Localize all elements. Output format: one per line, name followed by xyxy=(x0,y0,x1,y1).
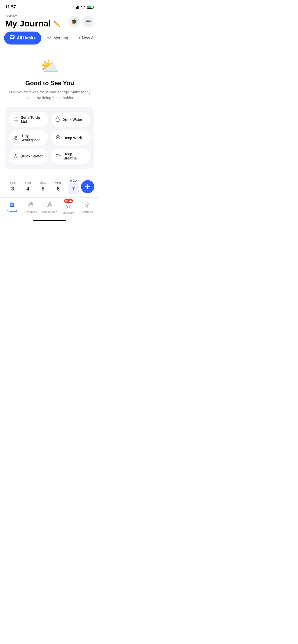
wifi-icon xyxy=(81,5,85,9)
habit-todo-label: Set a To-do List xyxy=(21,115,44,124)
habit-stretch[interactable]: Quick Stretch xyxy=(9,149,48,164)
habit-deepwork-label: Deep Work xyxy=(63,136,82,140)
svg-line-10 xyxy=(50,38,51,39)
cal-day-sat[interactable]: SAT 3 xyxy=(5,182,20,192)
status-time: 11.57 xyxy=(5,5,16,10)
add-entry-button[interactable] xyxy=(81,180,94,193)
habit-stretch-label: Quick Stretch xyxy=(20,154,44,158)
divider xyxy=(0,47,99,47)
svg-line-12 xyxy=(48,38,48,39)
tab-morning[interactable]: Morning xyxy=(42,32,73,45)
upgrade-nav-label: Upgrade xyxy=(63,211,74,214)
cal-label-sun: SUN xyxy=(25,182,31,185)
tab-all-habits-label: All Habits xyxy=(17,36,36,40)
cal-label-wed: WED xyxy=(70,179,77,182)
header: TODAY My Journal ✏️ 🎓 xyxy=(0,12,99,32)
status-icons: ⚡ xyxy=(75,5,94,9)
svg-point-19 xyxy=(15,136,17,138)
cal-num-sun: 4 xyxy=(26,186,29,192)
svg-point-22 xyxy=(15,153,16,154)
calendar-strip: SAT 3 SUN 4 MON 5 TUE 6 WED 7 xyxy=(0,174,99,197)
svg-rect-3 xyxy=(10,36,14,38)
settings-nav-label: Settings xyxy=(82,210,93,213)
bottom-nav: Journal Progress Challenges SALE Upgr xyxy=(0,197,99,215)
habit-deepwork[interactable]: Deep Work xyxy=(51,130,90,145)
habit-water-label: Drink Water xyxy=(62,118,82,122)
nav-journal[interactable]: Journal xyxy=(3,202,21,213)
inbox-icon xyxy=(10,35,15,41)
svg-point-35 xyxy=(87,204,88,206)
cal-label-tue: TUE xyxy=(55,182,61,185)
battery-icon: ⚡ xyxy=(87,6,94,9)
tidy-icon xyxy=(13,135,19,141)
cal-num-tue: 6 xyxy=(57,186,60,192)
greeting-subtitle: Fuel yourself with focus and energy. Mak… xyxy=(5,89,94,101)
habits-card: Set a To-do List Drink Water xyxy=(5,107,94,169)
nav-upgrade[interactable]: SALE Upgrade xyxy=(59,201,78,214)
cal-day-tue[interactable]: TUE 6 xyxy=(51,182,66,192)
stretch-icon xyxy=(13,153,18,160)
signal-icon xyxy=(75,5,79,9)
header-actions: 🎓 xyxy=(68,16,94,27)
journal-nav-icon xyxy=(9,202,15,209)
cal-label-mon: MON xyxy=(39,182,46,185)
progress-nav-icon xyxy=(28,202,34,209)
cal-day-mon[interactable]: MON 5 xyxy=(35,182,51,192)
tab-new[interactable]: + New A xyxy=(74,32,98,44)
home-bar xyxy=(33,220,66,221)
cal-day-sun[interactable]: SUN 4 xyxy=(20,182,36,192)
water-icon xyxy=(55,116,60,123)
habit-breathe[interactable]: Deep Breathe xyxy=(51,149,90,164)
habit-tidy[interactable]: Tidy Workspace xyxy=(9,130,48,145)
cal-label-sat: SAT xyxy=(10,182,16,185)
edit-icon[interactable]: ✏️ xyxy=(53,20,60,27)
sort-icon-button[interactable] xyxy=(83,16,94,27)
tab-all-habits[interactable]: All Habits xyxy=(4,32,41,45)
challenges-nav-label: Challenges xyxy=(42,210,57,213)
breathe-icon xyxy=(55,153,61,160)
cal-num-wed: 7 xyxy=(68,183,79,194)
page-title: My Journal ✏️ xyxy=(5,19,60,28)
nav-settings[interactable]: Settings xyxy=(78,202,97,213)
todo-icon xyxy=(13,116,18,123)
habit-breathe-label: Deep Breathe xyxy=(63,152,86,160)
header-left: TODAY My Journal ✏️ xyxy=(5,14,60,28)
status-bar: 11.57 ⚡ xyxy=(0,0,99,12)
svg-line-11 xyxy=(50,36,51,37)
habit-todo[interactable]: Set a To-do List xyxy=(9,112,48,127)
tab-new-label: + New A xyxy=(78,36,94,40)
cal-num-sat: 3 xyxy=(11,186,14,192)
habit-water[interactable]: Drink Water xyxy=(51,112,90,127)
morning-icon xyxy=(47,35,51,41)
deepwork-icon xyxy=(55,135,61,141)
habit-tidy-label: Tidy Workspace xyxy=(21,134,44,142)
journal-nav-label: Journal xyxy=(7,210,17,213)
nav-progress[interactable]: Progress xyxy=(21,202,40,213)
progress-nav-label: Progress xyxy=(25,210,37,213)
sale-badge: SALE xyxy=(64,199,73,203)
weather-emoji: ⛅ xyxy=(40,57,59,76)
upgrade-nav-icon xyxy=(65,203,72,210)
svg-point-24 xyxy=(57,154,58,155)
filter-tabs: All Habits Morning + New A xyxy=(0,32,99,45)
settings-nav-icon xyxy=(84,202,90,209)
cal-day-wed[interactable]: WED 7 xyxy=(66,179,81,194)
home-indicator xyxy=(0,215,99,223)
svg-point-4 xyxy=(48,37,50,38)
greeting-title: Good to See You xyxy=(25,80,74,87)
cal-num-mon: 5 xyxy=(42,186,44,192)
nav-challenges[interactable]: Challenges xyxy=(40,202,59,213)
habits-grid: Set a To-do List Drink Water xyxy=(9,112,90,164)
graduation-icon-button[interactable]: 🎓 xyxy=(68,16,80,27)
tab-morning-label: Morning xyxy=(53,36,68,40)
challenges-nav-icon xyxy=(47,202,53,209)
today-label: TODAY xyxy=(5,14,60,18)
svg-marker-34 xyxy=(66,203,71,208)
main-content: ⛅ Good to See You Fuel yourself with foc… xyxy=(0,50,99,174)
svg-line-9 xyxy=(48,36,48,37)
